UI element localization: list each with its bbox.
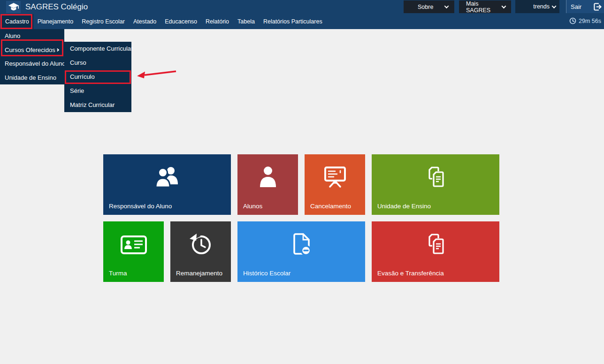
dropdown-item-cursos-oferecidos[interactable]: Cursos Oferecidos: [0, 43, 64, 57]
mais-sagres-dropdown[interactable]: Mais SAGRES: [459, 0, 511, 13]
main-menu-bar: Cadastro Planejamento Registro Escolar A…: [0, 14, 604, 29]
tile-responsavel-do-aluno[interactable]: Responsável do Aluno: [103, 154, 231, 215]
tile-cancelamento[interactable]: Cancelamento: [305, 154, 365, 215]
trends-label: trends: [533, 3, 550, 10]
tile-label: Unidade de Ensino: [377, 203, 431, 210]
exit-icon: [592, 2, 602, 12]
logout-label: Sair: [571, 3, 581, 10]
menu-item-educacenso[interactable]: Educacenso: [161, 14, 201, 29]
tile-label: Responsável do Aluno: [109, 203, 172, 210]
session-timer-value: 29m 56s: [579, 18, 601, 24]
menu-item-relatorio[interactable]: Relatório: [201, 14, 233, 29]
chevron-down-icon: [444, 4, 449, 8]
sagres-home-page: { "topbar": { "app_title": "SAGRES Colég…: [0, 0, 604, 364]
clock-icon: [569, 17, 576, 24]
person-icon: [259, 166, 277, 188]
mais-sagres-label: Mais SAGRES: [466, 0, 502, 14]
people-icon: [154, 166, 180, 188]
tile-grid: Responsável do Aluno Alunos Cancelamento…: [103, 154, 499, 282]
tile-label: Turma: [109, 270, 127, 277]
submenu-item-curriculo[interactable]: Currículo: [64, 70, 131, 84]
session-timer: 29m 56s: [569, 17, 601, 24]
menu-item-cadastro[interactable]: Cadastro: [1, 14, 33, 29]
tile-turma[interactable]: Turma: [103, 221, 164, 282]
sobre-dropdown[interactable]: Sobre: [404, 0, 454, 13]
tile-evasao-e-transferencia[interactable]: Evasão e Transferência: [372, 221, 499, 282]
presentation-board-icon: [323, 166, 347, 188]
chevron-right-icon: [56, 48, 59, 51]
dropdown-item-aluno[interactable]: Aluno: [0, 29, 64, 43]
tile-remanejamento[interactable]: Remanejamento: [170, 221, 231, 282]
menu-item-planejamento[interactable]: Planejamento: [33, 14, 77, 29]
dropdown-item-unidade-de-ensino[interactable]: Unidade de Ensino: [0, 71, 64, 85]
cursos-oferecidos-submenu-panel: Componente Curricular Curso Currículo Sé…: [64, 42, 131, 112]
submenu-item-matriz-curricular[interactable]: Matriz Curricular: [64, 98, 131, 112]
cursos-oferecidos-label: Cursos Oferecidos: [5, 46, 55, 53]
cadastro-dropdown-panel: Aluno Cursos Oferecidos Responsável do A…: [0, 29, 64, 84]
id-card-icon: [120, 235, 147, 255]
top-bar: SAGRES Colégio Sobre Mais SAGRES trends …: [0, 0, 604, 14]
tile-label: Cancelamento: [310, 203, 351, 210]
dropdown-item-responsavel-do-aluno[interactable]: Responsável do Aluno: [0, 57, 64, 71]
tile-label: Histórico Escolar: [243, 270, 291, 277]
tile-label: Remanejamento: [176, 270, 222, 277]
menu-item-registro-escolar[interactable]: Registro Escolar: [77, 14, 129, 29]
tile-historico-escolar[interactable]: Histórico Escolar: [237, 221, 365, 282]
chevron-down-icon: [552, 4, 557, 8]
sobre-label: Sobre: [418, 4, 433, 10]
tile-label: Alunos: [243, 203, 262, 210]
documents-icon: [425, 166, 446, 188]
app-logo: [6, 1, 21, 13]
logout-button[interactable]: Sair: [566, 0, 604, 13]
tile-alunos[interactable]: Alunos: [237, 154, 298, 215]
annotation-arrow: [136, 68, 178, 80]
trends-dropdown[interactable]: trends: [515, 0, 559, 13]
menu-item-tabela[interactable]: Tabela: [233, 14, 259, 29]
submenu-item-curso[interactable]: Curso: [64, 56, 131, 70]
submenu-item-serie[interactable]: Série: [64, 84, 131, 98]
history-icon: [189, 233, 213, 255]
documents-icon: [425, 233, 446, 255]
graduation-cap-icon: [8, 2, 19, 12]
menu-item-atestado[interactable]: Atestado: [129, 14, 161, 29]
document-minus-icon: [291, 233, 312, 255]
tile-label: Evasão e Transferência: [377, 270, 444, 277]
menu-item-relatorios-particulares[interactable]: Relatórios Particulares: [259, 14, 327, 29]
submenu-item-componente-curricular[interactable]: Componente Curricular: [64, 42, 131, 56]
tile-unidade-de-ensino[interactable]: Unidade de Ensino: [372, 154, 499, 215]
page-title: SAGRES Colégio: [25, 0, 88, 14]
